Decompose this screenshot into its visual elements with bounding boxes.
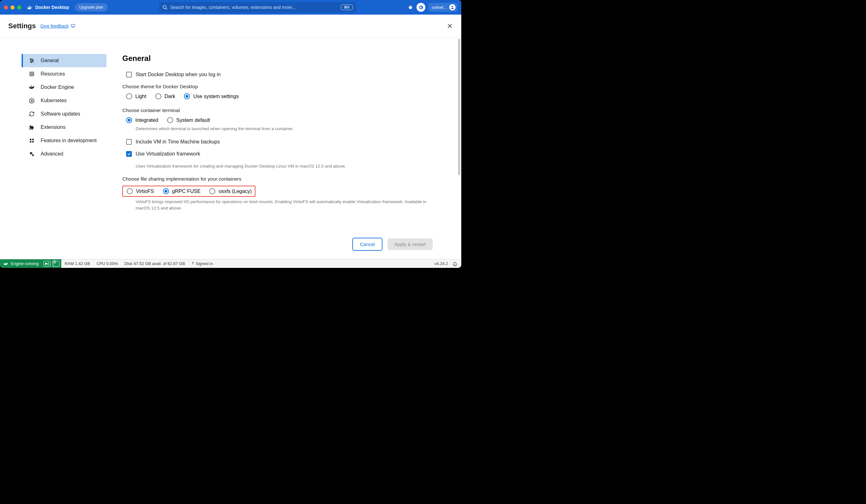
virtualization-checkbox[interactable] — [126, 151, 132, 157]
filesharing-highlight: VirtioFS gRPC FUSE osxfs (Legacy) — [122, 186, 255, 197]
minimize-window[interactable] — [11, 5, 15, 10]
svg-marker-15 — [30, 99, 34, 103]
bell-icon[interactable] — [452, 261, 457, 266]
cancel-button[interactable]: Cancel — [352, 238, 382, 251]
svg-point-3 — [452, 6, 453, 7]
fs-virtiofs-option[interactable]: VirtioFS — [127, 188, 154, 194]
scrollbar[interactable] — [458, 39, 460, 175]
grid-icon — [29, 138, 35, 143]
start-on-login-label: Start Docker Desktop when you log in — [136, 72, 221, 78]
terminal-integrated-option[interactable]: Integrated — [126, 117, 158, 123]
gear-icon — [418, 5, 423, 10]
user-menu[interactable]: onthef… — [429, 3, 457, 12]
updates-icon — [29, 111, 35, 117]
fs-osxfs-option[interactable]: osxfs (Legacy) — [209, 188, 252, 194]
close-window[interactable] — [4, 5, 8, 10]
settings-sidebar: General Resources Docker Engine Kubernet… — [0, 37, 107, 259]
timemachine-label: Include VM in Time Machine backups — [136, 139, 220, 145]
virtualization-help-text: Uses Virtualization framework for creati… — [136, 163, 428, 170]
search-icon — [162, 5, 168, 10]
theme-group-label: Choose theme for Docker Desktop — [122, 84, 442, 90]
start-on-login-checkbox[interactable] — [126, 72, 132, 78]
svg-rect-17 — [30, 139, 32, 140]
settings-header: Settings Give feedback — [0, 15, 461, 37]
search-box[interactable]: ⌘K — [159, 2, 356, 12]
svg-rect-20 — [32, 141, 34, 142]
svg-point-0 — [163, 5, 166, 9]
search-shortcut: ⌘K — [341, 4, 353, 10]
signed-in-status: Signed in — [188, 261, 216, 266]
theme-light-option[interactable]: Light — [126, 93, 146, 99]
app-logo: Docker Desktop — [27, 4, 69, 10]
settings-content: General Start Docker Desktop when you lo… — [107, 37, 461, 259]
docker-icon — [27, 4, 33, 10]
advanced-icon — [29, 151, 35, 157]
sidebar-item-features-dev[interactable]: Features in development — [22, 134, 107, 147]
svg-point-24 — [33, 155, 33, 156]
username: onthef… — [432, 5, 447, 10]
search-input[interactable] — [170, 5, 338, 10]
power-button[interactable]: ⏻ ⋮ — [53, 261, 59, 267]
upgrade-plan-button[interactable]: Upgrade plan — [75, 3, 108, 11]
apply-restart-button[interactable]: Apply & restart — [388, 238, 433, 250]
sliders-icon — [29, 58, 35, 64]
docker-whale-icon — [3, 262, 8, 266]
footer: Cancel Apply & restart — [0, 233, 461, 255]
terminal-group-label: Choose container terminal — [122, 107, 442, 113]
ram-status: RAM 1.42 GB — [61, 261, 93, 266]
sidebar-item-extensions[interactable]: Extensions — [22, 121, 107, 134]
version-label: v4.24.2 — [434, 261, 448, 266]
cpu-status: CPU 0.00% — [93, 261, 121, 266]
svg-point-14 — [31, 73, 33, 75]
engine-controls: ▶|| ⏻ ⋮ — [42, 259, 61, 268]
titlebar: Docker Desktop Upgrade plan ⌘K onthef… — [0, 0, 461, 15]
theme-dark-option[interactable]: Dark — [155, 93, 175, 99]
kubernetes-icon — [29, 98, 35, 103]
close-icon[interactable] — [447, 23, 453, 29]
status-bar: Engine running ▶|| ⏻ ⋮ RAM 1.42 GB CPU 0… — [0, 259, 461, 268]
virtualization-label: Use Virtualization framework — [136, 151, 200, 157]
svg-line-1 — [166, 8, 167, 9]
svg-point-16 — [31, 100, 33, 102]
sidebar-item-general[interactable]: General — [22, 54, 107, 67]
filesharing-group-label: Choose file sharing implementation for y… — [122, 176, 442, 182]
settings-button[interactable] — [417, 3, 425, 12]
docker-engine-icon — [29, 85, 35, 90]
zoom-window[interactable] — [17, 5, 21, 10]
sidebar-item-software-updates[interactable]: Software updates — [22, 107, 107, 121]
resources-icon — [29, 71, 35, 77]
extensions-icon — [29, 124, 35, 130]
filesharing-help-text: VirtioFS brings improved I/O performance… — [136, 199, 428, 211]
plug-icon — [191, 261, 195, 265]
give-feedback-link[interactable]: Give feedback — [40, 23, 76, 28]
svg-rect-19 — [30, 141, 32, 142]
disk-status: Disk 47.52 GB avail. of 62.67 GB — [121, 261, 188, 266]
section-heading: General — [122, 54, 442, 63]
bug-icon[interactable] — [408, 4, 413, 10]
theme-system-option[interactable]: Use system settings — [184, 93, 238, 99]
check-icon — [127, 152, 131, 156]
terminal-help-text: Determines which terminal is launched wh… — [136, 126, 428, 132]
app-name: Docker Desktop — [35, 5, 69, 10]
avatar-icon — [449, 4, 456, 11]
window-controls — [4, 5, 21, 10]
engine-status[interactable]: Engine running — [0, 259, 42, 268]
timemachine-checkbox[interactable] — [126, 139, 132, 145]
feedback-icon — [70, 23, 75, 28]
terminal-system-option[interactable]: System default — [167, 117, 210, 123]
page-title: Settings — [8, 22, 36, 30]
sidebar-item-resources[interactable]: Resources — [22, 67, 107, 81]
play-pause-button[interactable]: ▶|| — [44, 261, 51, 267]
svg-point-10 — [31, 59, 32, 60]
sidebar-item-kubernetes[interactable]: Kubernetes — [22, 94, 107, 107]
sidebar-item-advanced[interactable]: Advanced — [22, 147, 107, 161]
sidebar-item-docker-engine[interactable]: Docker Engine — [22, 81, 107, 94]
svg-point-12 — [31, 61, 32, 62]
svg-point-11 — [32, 60, 33, 61]
svg-point-22 — [31, 153, 32, 153]
fs-grpc-option[interactable]: gRPC FUSE — [163, 188, 201, 194]
svg-rect-18 — [32, 139, 34, 140]
svg-rect-13 — [30, 72, 34, 76]
svg-rect-4 — [71, 24, 75, 27]
